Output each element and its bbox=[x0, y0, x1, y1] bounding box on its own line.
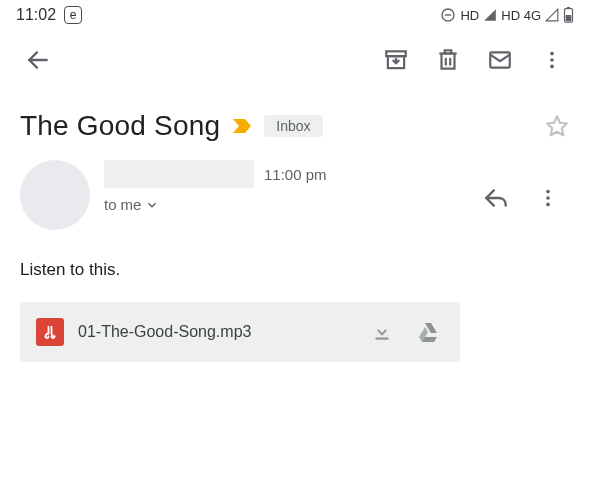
sender-row: 11:00 pm to me bbox=[0, 152, 590, 230]
signal-icon-1 bbox=[483, 8, 497, 22]
more-vert-icon bbox=[541, 49, 563, 71]
sender-avatar[interactable] bbox=[20, 160, 90, 230]
toolbar bbox=[0, 30, 590, 90]
mark-unread-button[interactable] bbox=[478, 38, 522, 82]
email-subject: The Good Song bbox=[20, 110, 220, 142]
svg-point-16 bbox=[546, 190, 550, 194]
svg-rect-4 bbox=[566, 15, 572, 21]
star-button[interactable] bbox=[544, 113, 570, 139]
delete-button[interactable] bbox=[426, 38, 470, 82]
back-button[interactable] bbox=[16, 38, 60, 82]
sender-name-redacted bbox=[104, 160, 254, 188]
svg-marker-15 bbox=[547, 116, 567, 135]
archive-button[interactable] bbox=[374, 38, 418, 82]
email-body: Listen to this. bbox=[0, 230, 590, 298]
status-bar: 11:02 e HD HD 4G bbox=[0, 0, 590, 30]
more-vert-icon bbox=[537, 187, 559, 209]
download-button[interactable] bbox=[366, 316, 398, 348]
svg-rect-19 bbox=[376, 338, 389, 340]
more-button[interactable] bbox=[530, 38, 574, 82]
archive-icon bbox=[383, 47, 409, 73]
download-icon bbox=[371, 321, 393, 343]
subject-row: The Good Song Inbox bbox=[0, 90, 590, 152]
attachment-filename: 01-The-Good-Song.mp3 bbox=[78, 323, 352, 341]
svg-point-12 bbox=[550, 52, 554, 56]
important-marker-icon[interactable] bbox=[230, 114, 254, 138]
reply-icon bbox=[483, 185, 509, 211]
drive-icon bbox=[416, 320, 440, 344]
status-hd-2: HD 4G bbox=[501, 8, 541, 23]
to-name: me bbox=[121, 196, 142, 213]
chevron-down-icon bbox=[145, 198, 159, 212]
status-time: 11:02 bbox=[16, 6, 56, 24]
status-hd-1: HD bbox=[460, 8, 479, 23]
do-not-disturb-icon bbox=[440, 7, 456, 23]
reply-button[interactable] bbox=[474, 176, 518, 220]
back-arrow-icon bbox=[25, 47, 51, 73]
recipients-toggle[interactable]: to me bbox=[104, 196, 460, 213]
svg-point-14 bbox=[550, 65, 554, 69]
signal-icon-2 bbox=[545, 8, 559, 22]
save-to-drive-button[interactable] bbox=[412, 316, 444, 348]
envelope-icon bbox=[487, 47, 513, 73]
star-outline-icon bbox=[544, 113, 570, 139]
attachment-chip[interactable]: 01-The-Good-Song.mp3 bbox=[20, 302, 460, 362]
svg-point-17 bbox=[546, 196, 550, 200]
trash-icon bbox=[435, 47, 461, 73]
to-prefix: to bbox=[104, 196, 117, 213]
svg-point-18 bbox=[546, 203, 550, 207]
inbox-label-chip[interactable]: Inbox bbox=[264, 115, 322, 137]
email-time: 11:00 pm bbox=[264, 166, 327, 183]
message-more-button[interactable] bbox=[526, 176, 570, 220]
svg-rect-3 bbox=[567, 7, 570, 9]
battery-icon bbox=[563, 7, 574, 23]
audio-file-icon bbox=[36, 318, 64, 346]
svg-point-13 bbox=[550, 58, 554, 62]
status-app-badge: e bbox=[64, 6, 82, 24]
